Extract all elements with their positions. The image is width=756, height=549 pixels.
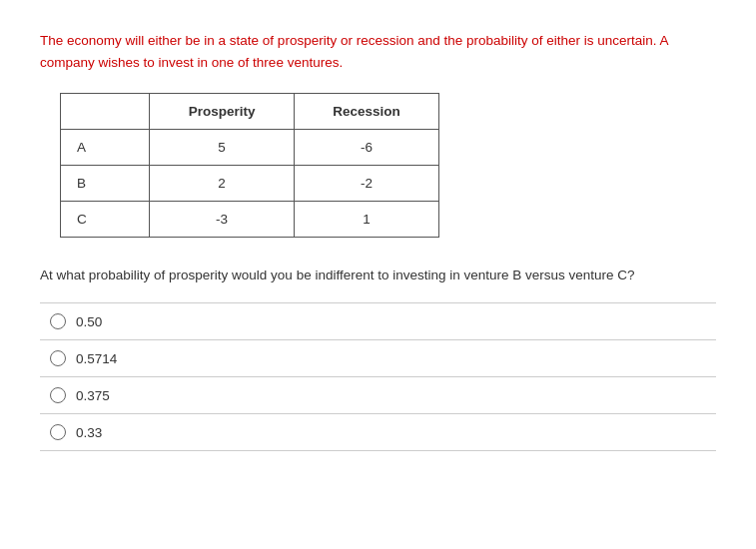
table-container: Prosperity Recession A 5 -6 B 2 -2 C -3 [60, 93, 716, 238]
question-text: At what probability of prosperity would … [40, 268, 716, 282]
option-3-label: 0.375 [76, 388, 110, 403]
venture-c-label: C [61, 202, 150, 238]
radio-4[interactable] [50, 424, 66, 440]
venture-a-recession: -6 [295, 130, 439, 166]
venture-a-prosperity: 5 [150, 130, 295, 166]
option-4-label: 0.33 [76, 425, 102, 440]
option-1[interactable]: 0.50 [40, 302, 716, 340]
option-2[interactable]: 0.5714 [40, 340, 716, 377]
radio-3[interactable] [50, 387, 66, 403]
intro-text: The economy will either be in a state of… [40, 30, 716, 73]
option-4[interactable]: 0.33 [40, 414, 716, 451]
options-container: 0.50 0.5714 0.375 0.33 [40, 302, 716, 451]
option-1-label: 0.50 [76, 314, 102, 329]
option-2-label: 0.5714 [76, 351, 117, 366]
venture-table: Prosperity Recession A 5 -6 B 2 -2 C -3 [60, 93, 439, 238]
table-row: B 2 -2 [61, 166, 439, 202]
header-recession: Recession [295, 94, 439, 130]
venture-b-recession: -2 [295, 166, 439, 202]
table-row: A 5 -6 [61, 130, 439, 166]
page-container: The economy will either be in a state of… [0, 0, 756, 549]
header-prosperity: Prosperity [150, 94, 295, 130]
header-venture [61, 94, 150, 130]
venture-a-label: A [61, 130, 150, 166]
option-3[interactable]: 0.375 [40, 377, 716, 414]
table-row: C -3 1 [61, 202, 439, 238]
venture-c-recession: 1 [295, 202, 439, 238]
radio-2[interactable] [50, 350, 66, 366]
venture-b-prosperity: 2 [150, 166, 295, 202]
venture-c-prosperity: -3 [150, 202, 295, 238]
radio-1[interactable] [50, 313, 66, 329]
venture-b-label: B [61, 166, 150, 202]
